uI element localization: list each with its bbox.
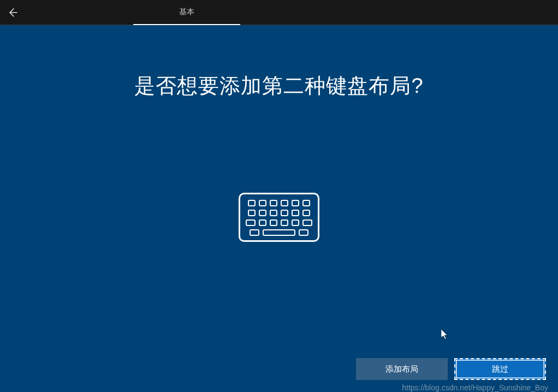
keyboard-icon (239, 193, 319, 242)
add-layout-label: 添加布局 (385, 364, 418, 375)
back-button[interactable] (0, 0, 25, 25)
cursor-icon (441, 329, 450, 340)
keyboard-illustration (239, 193, 319, 242)
tab-basic-label: 基本 (179, 7, 194, 17)
add-layout-button[interactable]: 添加布局 (356, 358, 448, 380)
skip-button[interactable]: 跳过 (454, 358, 546, 380)
page-title: 是否想要添加第二种键盘布局? (134, 72, 423, 100)
footer-buttons: 添加布局 跳过 (356, 358, 546, 380)
skip-label: 跳过 (492, 364, 508, 375)
title-bar: 基本 (0, 0, 558, 25)
watermark-text: https://blog.csdn.net/Happy_Sunshine_Boy (402, 383, 548, 392)
main-content: 是否想要添加第二种键盘布局? 添加布局 跳过 https://blog.csdn… (0, 25, 558, 392)
back-arrow-icon (7, 7, 18, 18)
tab-basic[interactable]: 基本 (133, 0, 240, 25)
